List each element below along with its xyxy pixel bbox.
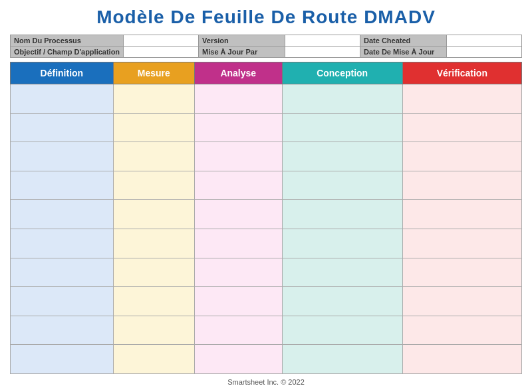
meta-value-objectif[interactable]	[124, 47, 199, 58]
table-cell[interactable]	[11, 287, 114, 316]
table-cell[interactable]	[194, 258, 282, 287]
table-row	[11, 316, 522, 345]
meta-value-version[interactable]	[285, 35, 360, 47]
th-mesure: Mesure	[113, 62, 194, 84]
table-cell[interactable]	[194, 316, 282, 345]
th-dfinition: Définition	[11, 62, 114, 84]
table-cell[interactable]	[113, 229, 194, 258]
meta-value-date-cheated[interactable]	[447, 35, 522, 47]
table-cell[interactable]	[11, 171, 114, 200]
table-cell[interactable]	[194, 113, 282, 142]
table-cell[interactable]	[113, 258, 194, 287]
th-analyse: Analyse	[194, 62, 282, 84]
table-row	[11, 200, 522, 229]
table-cell[interactable]	[113, 171, 194, 200]
table-cell[interactable]	[113, 200, 194, 229]
meta-label-maj-par: Mise À Jour Par	[199, 47, 285, 58]
th-conception: Conception	[282, 62, 402, 84]
table-cell[interactable]	[113, 142, 194, 171]
table-cell[interactable]	[11, 258, 114, 287]
table-cell[interactable]	[194, 345, 282, 374]
table-row	[11, 287, 522, 316]
table-cell[interactable]	[113, 345, 194, 374]
table-cell[interactable]	[402, 200, 521, 229]
table-header-row: DéfinitionMesureAnalyseConceptionVérific…	[11, 62, 522, 84]
meta-label-version: Version	[199, 35, 285, 47]
table-cell[interactable]	[194, 200, 282, 229]
th-vrification: Vérification	[402, 62, 521, 84]
table-cell[interactable]	[282, 171, 402, 200]
table-cell[interactable]	[113, 113, 194, 142]
table-row	[11, 113, 522, 142]
table-cell[interactable]	[282, 113, 402, 142]
table-cell[interactable]	[402, 345, 521, 374]
table-cell[interactable]	[194, 287, 282, 316]
table-cell[interactable]	[282, 316, 402, 345]
meta-label-date-maj: Date De Mise À Jour	[360, 47, 447, 58]
table-cell[interactable]	[282, 229, 402, 258]
table-cell[interactable]	[194, 142, 282, 171]
table-cell[interactable]	[11, 142, 114, 171]
table-cell[interactable]	[113, 84, 194, 114]
table-cell[interactable]	[194, 171, 282, 200]
table-row	[11, 84, 522, 114]
table-cell[interactable]	[402, 142, 521, 171]
table-cell[interactable]	[402, 113, 521, 142]
meta-label-objectif: Objectif / Champ D'application	[11, 47, 124, 58]
table-cell[interactable]	[402, 229, 521, 258]
table-cell[interactable]	[402, 84, 521, 114]
table-cell[interactable]	[282, 200, 402, 229]
page-title: Modèle De Feuille De Route DMADV	[96, 7, 436, 28]
table-cell[interactable]	[402, 171, 521, 200]
table-cell[interactable]	[282, 345, 402, 374]
meta-label-nom: Nom Du Processus	[11, 35, 124, 47]
table-cell[interactable]	[402, 258, 521, 287]
table-cell[interactable]	[11, 84, 114, 114]
table-cell[interactable]	[282, 84, 402, 114]
table-row	[11, 229, 522, 258]
meta-value-nom[interactable]	[124, 35, 199, 47]
table-cell[interactable]	[282, 258, 402, 287]
table-cell[interactable]	[194, 229, 282, 258]
table-row	[11, 258, 522, 287]
footer-text: Smartsheet Inc. © 2022	[227, 378, 305, 389]
table-cell[interactable]	[113, 287, 194, 316]
table-cell[interactable]	[402, 316, 521, 345]
table-cell[interactable]	[11, 345, 114, 374]
table-row	[11, 171, 522, 200]
table-cell[interactable]	[11, 113, 114, 142]
table-row	[11, 142, 522, 171]
meta-value-maj-par[interactable]	[285, 47, 360, 58]
table-cell[interactable]	[282, 287, 402, 316]
meta-row-2: Objectif / Champ D'application Mise À Jo…	[11, 47, 522, 58]
meta-label-date-cheated: Date Cheated	[360, 35, 447, 47]
meta-table: Nom Du Processus Version Date Cheated Ob…	[10, 35, 522, 58]
meta-value-date-maj[interactable]	[447, 47, 522, 58]
table-cell[interactable]	[194, 84, 282, 114]
table-cell[interactable]	[11, 200, 114, 229]
table-cell[interactable]	[402, 287, 521, 316]
table-cell[interactable]	[11, 229, 114, 258]
table-cell[interactable]	[113, 316, 194, 345]
dmadv-table: DéfinitionMesureAnalyseConceptionVérific…	[10, 62, 522, 374]
table-row	[11, 345, 522, 374]
meta-row-1: Nom Du Processus Version Date Cheated	[11, 35, 522, 47]
table-cell[interactable]	[282, 142, 402, 171]
table-cell[interactable]	[11, 316, 114, 345]
